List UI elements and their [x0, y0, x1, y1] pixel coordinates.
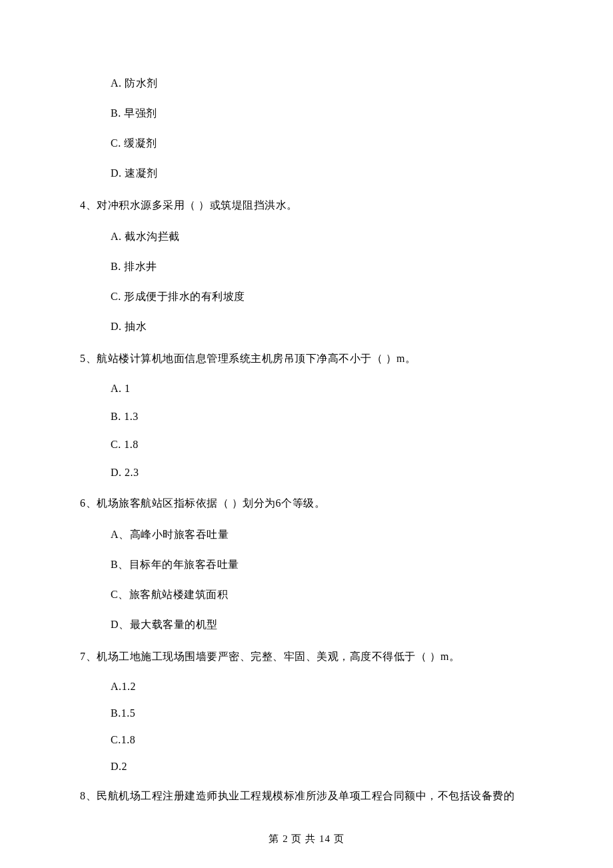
q5-option-c: C. 1.8	[111, 439, 533, 451]
q5-stem: 5、航站楼计算机地面信息管理系统主机房吊顶下净高不小于（ ）m。	[80, 350, 533, 367]
q6-option-b: B、目标年的年旅客吞吐量	[111, 558, 533, 572]
page-content: A. 防水剂 B. 早强剂 C. 缓凝剂 D. 速凝剂 4、对冲积水源多采用（ …	[0, 0, 613, 831]
q7-option-d: D.2	[111, 761, 533, 773]
q8-stem: 8、民航机场工程注册建造师执业工程规模标准所涉及单项工程合同额中，不包括设备费的	[80, 787, 533, 805]
q4-stem: 4、对冲积水源多采用（ ）或筑堤阻挡洪水。	[80, 197, 533, 214]
q6-stem: 6、机场旅客航站区指标依据（ ）划分为6个等级。	[80, 495, 533, 512]
q4-option-c: C. 形成便于排水的有利坡度	[111, 290, 533, 304]
q3-option-c: C. 缓凝剂	[111, 137, 533, 151]
q6-option-d: D、最大载客量的机型	[111, 618, 533, 632]
q7-option-b: B.1.5	[111, 707, 533, 719]
page-footer: 第 2 页 共 14 页	[0, 833, 613, 845]
q3-option-d: D. 速凝剂	[111, 167, 533, 181]
q7-option-a: A.1.2	[111, 681, 533, 693]
q7-stem: 7、机场工地施工现场围墙要严密、完整、牢固、美观，高度不得低于（ ）m。	[80, 648, 533, 665]
q4-option-a: A. 截水沟拦截	[111, 230, 533, 244]
q5-option-a: A. 1	[111, 383, 533, 395]
q3-option-b: B. 早强剂	[111, 107, 533, 121]
q5-option-d: D. 2.3	[111, 467, 533, 479]
q4-option-b: B. 排水井	[111, 260, 533, 274]
q7-option-c: C.1.8	[111, 734, 533, 746]
q3-option-a: A. 防水剂	[111, 77, 533, 91]
q6-option-c: C、旅客航站楼建筑面积	[111, 588, 533, 602]
q4-option-d: D. 抽水	[111, 320, 533, 334]
q5-option-b: B. 1.3	[111, 411, 533, 423]
q6-option-a: A、高峰小时旅客吞吐量	[111, 528, 533, 542]
